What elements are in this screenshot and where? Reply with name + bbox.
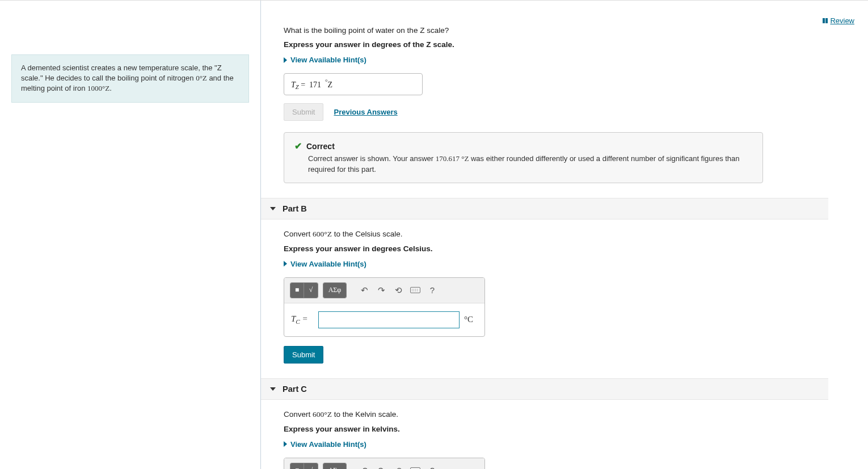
undo-icon[interactable]: ↶ bbox=[358, 284, 370, 297]
partA-instruction: Express your answer in degrees of the Z … bbox=[284, 40, 845, 49]
templates-group[interactable]: ■ √ bbox=[290, 282, 318, 298]
redo-icon[interactable]: ↷ bbox=[375, 284, 387, 297]
partB-prompt-post: to the Celsius scale. bbox=[332, 230, 403, 238]
problem-text-suffix: . bbox=[109, 84, 112, 92]
partC-toolbar: ■ √ ΑΣφ ↶ ↷ ⟲ ? bbox=[284, 458, 484, 469]
partA-feedback-pre: Correct answer is shown. Your answer bbox=[308, 154, 436, 163]
partC-hints-label: View Available Hint(s) bbox=[290, 440, 366, 449]
partC-prompt-val: 600°Z bbox=[313, 410, 332, 419]
partC-prompt-pre: Convert bbox=[284, 410, 313, 419]
flag-icon bbox=[823, 18, 828, 23]
reset-icon[interactable]: ⟲ bbox=[392, 284, 404, 297]
partB-lhs: TC = bbox=[291, 314, 314, 325]
greek-symbols-icon[interactable]: ΑΣφ bbox=[323, 463, 346, 469]
radical-icon[interactable]: √ bbox=[304, 463, 318, 469]
partC-header[interactable]: Part C bbox=[261, 378, 828, 400]
keyboard-icon[interactable] bbox=[409, 464, 422, 469]
caret-right-icon bbox=[284, 57, 287, 63]
partA-prompt: What is the boiling point of water on th… bbox=[284, 26, 845, 35]
caret-right-icon bbox=[284, 441, 287, 447]
review-bar: Review bbox=[823, 16, 854, 25]
partA-previous-answers-link[interactable]: Previous Answers bbox=[334, 108, 397, 116]
template-box-icon[interactable]: ■ bbox=[290, 283, 304, 298]
help-icon[interactable]: ? bbox=[426, 284, 439, 297]
partB-submit-button[interactable]: Submit bbox=[284, 346, 323, 364]
symbols-group[interactable]: ΑΣφ bbox=[323, 463, 347, 469]
iron-point: 1000°Z bbox=[87, 84, 109, 92]
partB-instruction: Express your answer in degrees Celsius. bbox=[284, 244, 845, 253]
partA-answer-display: TZ = 171 °Z bbox=[284, 73, 423, 95]
partB-hints-toggle[interactable]: View Available Hint(s) bbox=[284, 260, 366, 268]
partA-submit-button: Submit bbox=[284, 103, 323, 121]
partB-prompt-pre: Convert bbox=[284, 230, 313, 238]
greek-symbols-icon[interactable]: ΑΣφ bbox=[323, 283, 346, 298]
caret-right-icon bbox=[284, 261, 287, 267]
template-box-icon[interactable]: ■ bbox=[290, 463, 304, 469]
partB-answer-input[interactable] bbox=[318, 311, 460, 328]
symbols-group[interactable]: ΑΣφ bbox=[323, 282, 347, 298]
help-icon[interactable]: ? bbox=[426, 464, 439, 469]
partB-editor: ■ √ ΑΣφ ↶ ↷ ⟲ ? TC = °C bbox=[284, 277, 485, 337]
partA-lhs: T bbox=[291, 81, 296, 89]
partA-unit: Z bbox=[328, 81, 333, 89]
partA-user-answer: 170.617 °Z bbox=[436, 154, 469, 163]
partC-prompt-post: to the Kelvin scale. bbox=[332, 410, 398, 419]
problem-statement: A demented scientist creates a new tempe… bbox=[11, 54, 249, 103]
reset-icon[interactable]: ⟲ bbox=[392, 464, 404, 469]
partB-hints-label: View Available Hint(s) bbox=[290, 260, 366, 268]
caret-down-icon bbox=[270, 207, 276, 210]
partA-answer-value: 171 bbox=[309, 81, 321, 89]
redo-icon[interactable]: ↷ bbox=[375, 464, 387, 469]
partA-eq: = bbox=[299, 81, 307, 89]
nitrogen-point: 0°Z bbox=[196, 74, 207, 82]
keyboard-icon[interactable] bbox=[409, 284, 422, 297]
partC-hints-toggle[interactable]: View Available Hint(s) bbox=[284, 440, 366, 449]
partC-instruction: Express your answer in kelvins. bbox=[284, 425, 845, 433]
partC-editor: ■ √ ΑΣφ ↶ ↷ ⟲ ? T = K bbox=[284, 458, 485, 469]
partB-toolbar: ■ √ ΑΣφ ↶ ↷ ⟲ ? bbox=[284, 278, 484, 303]
templates-group[interactable]: ■ √ bbox=[290, 463, 318, 469]
radical-icon[interactable]: √ bbox=[304, 283, 318, 298]
review-label: Review bbox=[830, 16, 854, 25]
partA-feedback-title: Correct bbox=[306, 142, 335, 151]
partB-header[interactable]: Part B bbox=[261, 198, 828, 219]
undo-icon[interactable]: ↶ bbox=[358, 464, 370, 469]
partB-prompt-val: 600°Z bbox=[313, 230, 332, 238]
caret-down-icon bbox=[270, 387, 276, 391]
partC-prompt: Convert 600°Z to the Kelvin scale. bbox=[284, 410, 845, 419]
partB-unit: °C bbox=[464, 315, 478, 324]
partB-title: Part B bbox=[283, 204, 307, 213]
partA-hints-label: View Available Hint(s) bbox=[290, 56, 366, 64]
partA-feedback: ✔ Correct Correct answer is shown. Your … bbox=[284, 132, 763, 183]
partC-title: Part C bbox=[283, 385, 307, 394]
partB-prompt: Convert 600°Z to the Celsius scale. bbox=[284, 230, 845, 239]
problem-text-prefix: A demented scientist creates a new tempe… bbox=[21, 64, 222, 82]
review-link[interactable]: Review bbox=[823, 16, 854, 25]
partA-hints-toggle[interactable]: View Available Hint(s) bbox=[284, 56, 366, 64]
check-icon: ✔ bbox=[294, 141, 302, 151]
